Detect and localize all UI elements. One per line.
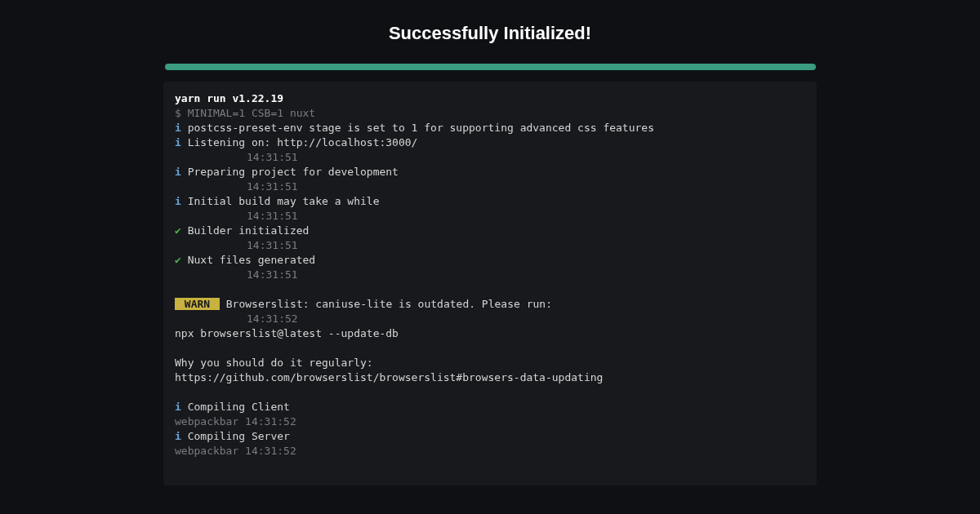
page-title: Successfully Initialized!: [163, 23, 817, 44]
log-line: i Compiling Server: [175, 429, 805, 444]
log-line: i Initial build may take a while: [175, 194, 805, 209]
info-icon: i: [175, 401, 181, 413]
github-url: https://github.com/browserslist/browsers…: [175, 370, 805, 385]
timestamp: 14:31:51: [175, 209, 805, 224]
nuxt-files-msg: Nuxt files generated: [188, 254, 316, 266]
log-line: i postcss-preset-env stage is set to 1 f…: [175, 121, 805, 135]
info-icon: i: [175, 122, 181, 134]
npx-command: npx browserslist@latest --update-db: [175, 326, 805, 341]
initial-build-msg: Initial build may take a while: [181, 195, 380, 207]
log-line: i Listening on: http://localhost:3000/: [175, 135, 805, 150]
postcss-msg: postcss-preset-env stage is set to 1 for…: [181, 122, 654, 134]
command-line: $ MINIMAL=1 CSB=1 nuxt: [175, 106, 805, 121]
timestamp: 14:31:51: [175, 268, 805, 282]
timestamp: 14:31:51: [175, 179, 805, 194]
log-line: i Compiling Client: [175, 400, 805, 414]
yarn-version: yarn run v1.22.19: [175, 91, 805, 106]
info-icon: i: [175, 430, 181, 442]
preparing-msg: Preparing project for development: [181, 166, 399, 178]
blank-line: [175, 282, 805, 297]
timestamp: 14:31:52: [175, 312, 805, 326]
progress-bar: [165, 64, 816, 70]
warn-badge: WARN: [175, 298, 220, 310]
log-line: ✔ Builder initialized: [175, 224, 805, 238]
timestamp: 14:31:51: [175, 238, 805, 253]
why-msg: Why you should do it regularly:: [175, 356, 805, 370]
timestamp: 14:31:51: [175, 150, 805, 165]
compiling-server-msg: Compiling Server: [181, 430, 290, 442]
blank-line: [175, 385, 805, 400]
source-label: webpackbar 14:31:52: [175, 444, 805, 459]
info-icon: i: [175, 166, 181, 178]
builder-init-msg: Builder initialized: [188, 224, 310, 237]
listening-msg: Listening on: http://localhost:3000/: [181, 136, 418, 148]
browserslist-msg: Browserslist: caniuse-lite is outdated. …: [220, 298, 552, 310]
check-icon: ✔: [175, 224, 181, 237]
source-label: webpackbar 14:31:52: [175, 414, 805, 429]
log-line: WARN Browserslist: caniuse-lite is outda…: [175, 297, 805, 312]
compiling-client-msg: Compiling Client: [181, 401, 290, 413]
info-icon: i: [175, 136, 181, 148]
check-icon: ✔: [175, 254, 181, 266]
log-line: i Preparing project for development: [175, 165, 805, 179]
blank-line: [175, 341, 805, 356]
info-icon: i: [175, 195, 181, 207]
terminal-output: yarn run v1.22.19 $ MINIMAL=1 CSB=1 nuxt…: [163, 82, 817, 485]
log-line: ✔ Nuxt files generated: [175, 253, 805, 268]
